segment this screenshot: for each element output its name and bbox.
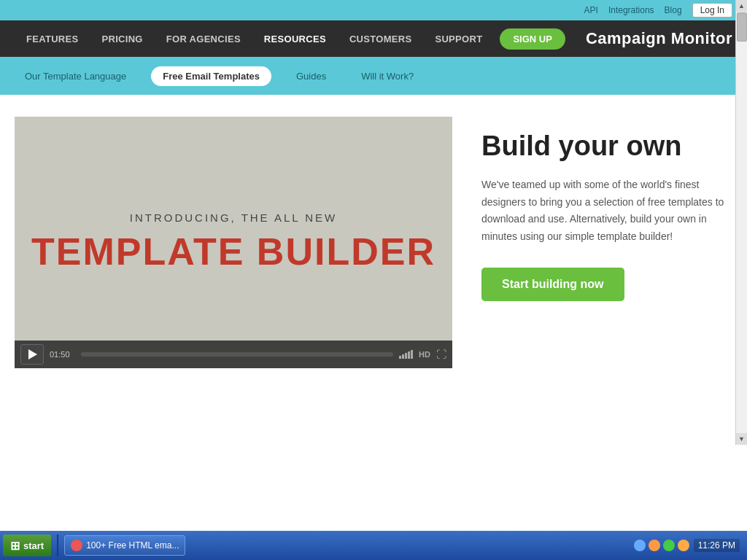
taskbar-divider (57, 534, 58, 556)
video-quality-indicator (399, 350, 413, 359)
play-button[interactable] (20, 344, 44, 365)
network-icon (634, 540, 646, 551)
start-building-button[interactable]: Start building now (481, 268, 624, 301)
subnav-template-language[interactable]: Our Template Language (15, 66, 136, 86)
windows-flag-icon: ⊞ (10, 539, 20, 553)
login-button[interactable]: Log In (692, 3, 732, 18)
system-clock: 11:26 PM (694, 539, 740, 552)
quality-bar-5 (411, 350, 413, 359)
video-introducing-text: INTRODUCING, THE ALL NEW (130, 211, 338, 224)
video-controls-bar: 01:50 HD ⛶ (15, 341, 452, 368)
subnav-free-email-templates[interactable]: Free Email Templates (151, 66, 271, 86)
security-icon (663, 540, 675, 551)
integrations-link[interactable]: Integrations (608, 5, 654, 15)
video-title: TEMPLATE BUILDER (31, 231, 436, 273)
brand-logo: Campaign Monitor (586, 29, 732, 48)
video-timestamp: 01:50 (50, 350, 75, 359)
quality-bar-2 (402, 354, 404, 359)
start-label: start (23, 540, 44, 551)
nav-customers[interactable]: CUSTOMERS (338, 20, 424, 57)
nav-support[interactable]: SUPPORT (423, 20, 494, 57)
video-player: INTRODUCING, THE ALL NEW TEMPLATE BUILDE… (15, 117, 452, 368)
scrollbar[interactable]: ▲ ▼ (735, 0, 747, 445)
scroll-up-button[interactable]: ▲ (736, 0, 747, 12)
top-utility-bar: API Integrations Blog Log In (0, 0, 747, 20)
nav-features[interactable]: FEATURES (15, 20, 90, 57)
blog-link[interactable]: Blog (665, 5, 682, 15)
fullscreen-button[interactable]: ⛶ (436, 349, 446, 360)
subnav-guides[interactable]: Guides (286, 66, 336, 86)
nav-pricing[interactable]: PRICING (90, 20, 155, 57)
right-content-panel: Build your own We've teamed up with some… (481, 117, 732, 301)
nav-for-agencies[interactable]: FOR AGENCIES (155, 20, 252, 57)
build-heading: Build your own (481, 131, 732, 162)
main-content: INTRODUCING, THE ALL NEW TEMPLATE BUILDE… (0, 95, 747, 390)
video-background: INTRODUCING, THE ALL NEW TEMPLATE BUILDE… (15, 117, 452, 368)
firefox-icon (71, 540, 82, 551)
volume-icon (649, 540, 660, 551)
quality-bar-3 (405, 353, 407, 359)
scroll-thumb[interactable] (737, 12, 747, 42)
quality-bars (399, 350, 413, 359)
browser-taskbar-item[interactable]: 100+ Free HTML ema... (64, 535, 185, 556)
nav-resources[interactable]: RESOURCES (252, 20, 338, 57)
alert-icon (678, 540, 689, 551)
hd-label: HD (419, 350, 430, 359)
nav-links: FEATURES PRICING FOR AGENCIES RESOURCES … (15, 20, 586, 57)
build-description: We've teamed up with some of the world's… (481, 176, 732, 246)
quality-bar-1 (399, 356, 401, 359)
play-icon (28, 349, 37, 359)
taskbar-right-area: 11:26 PM (634, 539, 744, 552)
taskbar: ⊞ start 100+ Free HTML ema... 11:26 PM (0, 531, 747, 560)
browser-task-label: 100+ Free HTML ema... (86, 540, 179, 551)
scroll-down-button[interactable]: ▼ (736, 433, 747, 445)
video-progress-track[interactable] (81, 352, 393, 357)
quality-bar-4 (408, 351, 410, 359)
system-tray-icons (634, 540, 689, 551)
main-navigation: FEATURES PRICING FOR AGENCIES RESOURCES … (0, 20, 747, 57)
start-button[interactable]: ⊞ start (3, 534, 51, 556)
sub-navigation: Our Template Language Free Email Templat… (0, 57, 747, 95)
subnav-will-it-work[interactable]: Will it Work? (351, 66, 424, 86)
api-link[interactable]: API (584, 5, 598, 15)
signup-button[interactable]: SIGN UP (500, 28, 565, 50)
